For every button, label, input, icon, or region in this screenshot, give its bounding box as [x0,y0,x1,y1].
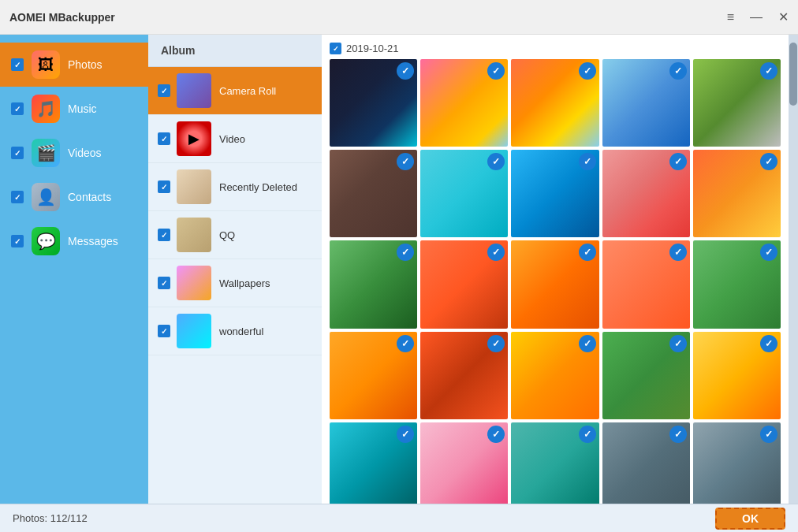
sidebar-icon-photos: 🖼 [32,50,60,79]
photo-check-23[interactable] [669,426,687,443]
photo-cell-22[interactable] [511,422,598,504]
photo-cell-7[interactable] [511,150,598,237]
album-checkbox-wonderful[interactable] [158,325,170,337]
photo-check-16[interactable] [487,335,505,352]
photo-cell-1[interactable] [420,59,508,147]
sidebar-icon-videos: 🎬 [32,139,60,167]
sidebar-item-messages[interactable]: 💬 Messages [0,219,148,263]
status-text: Photos: 112/112 [13,512,88,524]
album-checkbox-video[interactable] [158,132,170,145]
sidebar-item-music[interactable]: 🎵 Music [0,87,148,131]
photo-cell-18[interactable] [602,332,690,419]
sidebar: 🖼 Photos 🎵 Music 🎬 Videos 👤 Contacts 💬 M… [0,35,148,504]
sidebar-label-videos: Videos [68,147,102,159]
photo-cell-12[interactable] [511,240,598,328]
photo-cell-5[interactable] [330,150,417,237]
photo-check-8[interactable] [669,153,687,170]
sidebar-icon-music: 🎵 [32,95,60,123]
sidebar-checkbox-photos[interactable] [11,58,24,71]
photo-grid [330,59,781,504]
window-controls: ≡ — ✕ [727,11,789,24]
photo-cell-3[interactable] [602,59,690,147]
ok-button[interactable]: OK [715,508,785,530]
bottom-bar: Photos: 112/112 OK [0,504,798,532]
album-thumb-camera-roll [177,73,211,108]
scrollbar-thumb[interactable] [789,43,797,106]
album-name-wallpapers: Wallpapers [219,277,270,289]
photo-cell-21[interactable] [420,422,508,504]
photo-cell-10[interactable] [330,240,417,328]
album-name-wonderful: wonderful [219,326,263,337]
album-checkbox-camera-roll[interactable] [158,84,170,97]
photo-cell-16[interactable] [420,332,508,419]
sidebar-icon-messages: 💬 [32,227,60,255]
photo-cell-13[interactable] [602,240,690,328]
photo-cell-17[interactable] [511,332,598,419]
photo-cell-15[interactable] [330,332,417,419]
photo-area[interactable]: 2019-10-21 [322,35,789,504]
date-checkbox[interactable] [330,43,341,54]
sidebar-label-photos: Photos [68,58,103,71]
photo-cell-24[interactable] [693,422,781,504]
photo-check-24[interactable] [760,426,777,443]
album-name-recently-deleted: Recently Deleted [219,181,297,193]
right-scrollbar[interactable] [789,35,798,504]
photo-check-17[interactable] [579,335,596,352]
album-item-video[interactable]: ▶ Video [148,115,322,163]
date-text: 2019-10-21 [346,43,399,54]
album-item-camera-roll[interactable]: Camera Roll [148,67,322,115]
photo-check-20[interactable] [397,426,414,443]
photo-check-7[interactable] [579,153,596,170]
close-button[interactable]: ✕ [778,11,789,24]
sidebar-checkbox-music[interactable] [11,102,24,115]
photo-cell-8[interactable] [602,150,690,237]
album-item-wonderful[interactable]: wonderful [148,307,322,355]
sidebar-item-photos[interactable]: 🖼 Photos [0,43,148,87]
photo-check-18[interactable] [669,335,687,352]
sidebar-item-contacts[interactable]: 👤 Contacts [0,175,148,219]
photo-cell-20[interactable] [330,422,417,504]
photo-check-2[interactable] [579,62,596,80]
photo-check-4[interactable] [760,62,777,80]
album-checkbox-recently-deleted[interactable] [158,180,170,193]
main-container: 🖼 Photos 🎵 Music 🎬 Videos 👤 Contacts 💬 M… [0,35,798,504]
sidebar-checkbox-videos[interactable] [11,147,24,159]
photo-cell-0[interactable] [330,59,417,147]
photo-check-22[interactable] [579,426,596,443]
photo-check-19[interactable] [760,335,777,352]
title-bar: AOMEI MBackupper ≡ — ✕ [0,0,798,35]
sidebar-checkbox-messages[interactable] [11,235,24,247]
sidebar-checkbox-contacts[interactable] [11,191,24,203]
sidebar-label-contacts: Contacts [68,191,111,203]
album-item-wallpapers[interactable]: Wallpapers [148,259,322,307]
photo-check-12[interactable] [579,244,596,261]
minimize-button[interactable]: — [750,11,763,24]
album-name-video: Video [219,133,245,145]
photo-cell-11[interactable] [420,240,508,328]
album-thumb-qq [177,218,211,252]
album-header: Album [148,35,322,67]
photo-cell-19[interactable] [693,332,781,419]
album-thumb-wonderful [177,314,211,348]
menu-icon[interactable]: ≡ [727,11,734,24]
sidebar-label-music: Music [68,102,97,115]
sidebar-icon-contacts: 👤 [32,183,60,211]
album-thumb-recently-deleted [177,169,211,204]
app-title: AOMEI MBackupper [9,11,727,24]
album-checkbox-qq[interactable] [158,229,170,241]
album-list: Camera Roll ▶ Video Recently Deleted QQ [148,67,322,504]
photo-check-3[interactable] [669,62,687,80]
album-panel: Album Camera Roll ▶ Video Recently Delet… [148,35,322,504]
photo-cell-2[interactable] [511,59,598,147]
album-thumb-video: ▶ [177,121,211,156]
photo-cell-9[interactable] [693,150,781,237]
photo-cell-23[interactable] [602,422,690,504]
album-checkbox-wallpapers[interactable] [158,277,170,289]
photo-cell-4[interactable] [693,59,781,147]
album-item-recently-deleted[interactable]: Recently Deleted [148,163,322,211]
sidebar-item-videos[interactable]: 🎬 Videos [0,131,148,175]
photo-cell-6[interactable] [420,150,508,237]
photo-cell-14[interactable] [693,240,781,328]
photo-check-15[interactable] [397,335,414,352]
album-item-qq[interactable]: QQ [148,211,322,259]
